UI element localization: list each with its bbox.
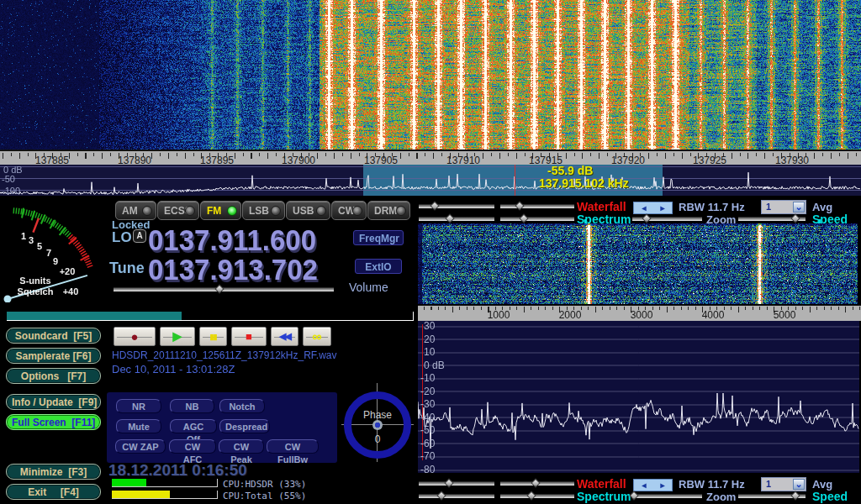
af-frequency-ruler[interactable]: 1000 2000 3000 4000 5000 bbox=[418, 305, 861, 321]
slider-thumb[interactable] bbox=[436, 491, 446, 500]
play-button[interactable]: ▶ bbox=[160, 327, 195, 346]
mode-button-lsb[interactable]: LSB bbox=[242, 201, 285, 220]
samplerate-button[interactable]: Samplerate [F6] bbox=[6, 348, 101, 364]
chevron-down-icon[interactable]: ⌄ bbox=[793, 479, 805, 490]
pause-button[interactable]: ▮▮ bbox=[199, 327, 227, 346]
speed-label: Speed bbox=[812, 490, 848, 503]
info-update-button[interactable]: Info / Update [F9] bbox=[6, 394, 101, 410]
waterfall-lower-level-slider[interactable] bbox=[500, 202, 574, 211]
tune-frequency-display[interactable]: 0137.913.702 bbox=[148, 253, 318, 287]
record-icon: ● bbox=[130, 328, 138, 345]
arrow-right-icon[interactable]: ▸ bbox=[653, 202, 672, 213]
mode-button-usb[interactable]: USB bbox=[286, 201, 330, 220]
lo-auto-badge[interactable]: A bbox=[133, 229, 146, 243]
waterfall-lower-level-slider[interactable] bbox=[500, 479, 574, 488]
avg-dropdown[interactable]: 1 ⌄ bbox=[761, 200, 806, 214]
slider-thumb[interactable] bbox=[642, 213, 651, 223]
dsp-panel: NR NB Notch Mute AGC Off Despread CW ZAP… bbox=[107, 392, 337, 463]
af-waterfall[interactable] bbox=[418, 223, 858, 304]
exit-button[interactable]: Exit [F4] bbox=[6, 484, 101, 500]
slider-thumb[interactable] bbox=[531, 478, 541, 487]
slider-thumb[interactable] bbox=[445, 213, 454, 223]
mode-button-fm[interactable]: FM bbox=[200, 201, 241, 220]
clock-display: 18.12.2011 0:16:50 bbox=[108, 461, 247, 480]
mode-button-am[interactable]: AM bbox=[115, 201, 156, 220]
slider-thumb[interactable] bbox=[790, 213, 800, 223]
avg-value: 1 bbox=[766, 479, 771, 489]
soundcard-button[interactable]: Soundcard [F5] bbox=[6, 328, 101, 344]
freqmgr-button[interactable]: FreqMgr bbox=[353, 230, 404, 245]
phase-dial[interactable]: Phase 0 bbox=[338, 383, 417, 462]
smeter-tick-label: +20 bbox=[60, 266, 76, 276]
cw-afc-button[interactable]: CW AFC bbox=[169, 439, 216, 454]
spectrum-lower-level-slider[interactable] bbox=[500, 214, 574, 223]
spectrum-upper-level-slider[interactable] bbox=[419, 214, 494, 223]
mode-button-cw[interactable]: CW bbox=[331, 201, 367, 220]
smeter-tick-label: 5 bbox=[37, 241, 42, 251]
options-button[interactable]: Options [F7] bbox=[6, 368, 101, 384]
record-button[interactable]: ● bbox=[114, 327, 156, 346]
nr-button[interactable]: NR bbox=[116, 399, 161, 413]
af-spectrum[interactable] bbox=[418, 321, 859, 473]
smeter-tick-label: 9 bbox=[53, 256, 58, 266]
waterfall-label[interactable]: Waterfall bbox=[577, 200, 626, 213]
waterfall-upper-level-slider[interactable] bbox=[419, 479, 494, 488]
fullscreen-button[interactable]: Full Screen [F11] bbox=[6, 414, 101, 430]
rf-waterfall[interactable] bbox=[0, 0, 861, 150]
volume-slider[interactable] bbox=[114, 285, 334, 294]
af-db-label: 30 bbox=[424, 320, 435, 332]
extio-button[interactable]: ExtIO bbox=[355, 259, 402, 274]
playback-progress-bar[interactable] bbox=[7, 312, 414, 321]
chevron-down-icon[interactable]: ⌄ bbox=[793, 202, 805, 213]
despread-button[interactable]: Despread bbox=[219, 419, 270, 433]
slider-track bbox=[500, 494, 574, 498]
shift-control[interactable]: ◂ ▸ bbox=[633, 479, 673, 491]
zoom-slider[interactable] bbox=[632, 214, 702, 223]
slider-thumb[interactable] bbox=[430, 201, 439, 210]
arrow-right-icon[interactable]: ▸ bbox=[653, 480, 672, 491]
notch-button[interactable]: Notch bbox=[219, 399, 265, 413]
shift-control[interactable]: ◂ ▸ bbox=[633, 202, 673, 214]
minimize-button[interactable]: Minimize [F3] bbox=[6, 464, 101, 480]
slider-thumb[interactable] bbox=[444, 478, 453, 487]
cw-fullbw-button[interactable]: CW FullBw bbox=[267, 439, 319, 454]
slider-thumb[interactable] bbox=[790, 491, 800, 500]
mode-led-icon bbox=[396, 206, 406, 216]
loop-button[interactable]: ∞ bbox=[303, 327, 331, 346]
af-display-controls-top: Waterfall ◂ ▸ RBW 11.7 Hz 1 ⌄ Avg Spectr… bbox=[418, 200, 861, 226]
waterfall-upper-level-slider[interactable] bbox=[419, 202, 494, 211]
speed-slider[interactable] bbox=[738, 491, 806, 501]
rewind-button[interactable]: ◀◀ bbox=[271, 327, 298, 346]
slider-track bbox=[500, 217, 574, 221]
cw-peak-button[interactable]: CW Peak bbox=[219, 439, 264, 454]
slider-thumb[interactable] bbox=[519, 213, 528, 223]
rf-frequency-ruler[interactable]: 137885 137890 137895 137900 137905 13791… bbox=[0, 150, 861, 165]
agc-button[interactable]: AGC Off bbox=[170, 419, 217, 433]
slider-thumb[interactable] bbox=[515, 201, 524, 210]
cw-zap-button[interactable]: CW ZAP bbox=[115, 439, 166, 454]
slider-thumb[interactable] bbox=[526, 491, 536, 500]
arrow-left-icon[interactable]: ◂ bbox=[635, 480, 653, 491]
mode-button-ecss[interactable]: ECSS bbox=[157, 201, 199, 220]
nb-button[interactable]: NB bbox=[170, 399, 214, 413]
spectrum-label[interactable]: Spectrum bbox=[577, 490, 631, 503]
mode-led-icon bbox=[316, 206, 326, 216]
af-db-label: -20 bbox=[420, 386, 435, 397]
speed-slider[interactable] bbox=[738, 214, 806, 223]
mode-led-icon bbox=[142, 206, 152, 216]
avg-dropdown[interactable]: 1 ⌄ bbox=[761, 477, 806, 491]
mute-button[interactable]: Mute bbox=[116, 419, 161, 433]
af-db-label: -70 bbox=[420, 450, 435, 462]
rbw-label: RBW 11.7 Hz bbox=[679, 478, 745, 491]
zoom-slider[interactable] bbox=[632, 491, 702, 501]
mode-button-drm[interactable]: DRM bbox=[367, 201, 410, 220]
stop-button[interactable]: ■ bbox=[231, 327, 267, 346]
spectrum-upper-level-slider[interactable] bbox=[419, 491, 494, 501]
rf-spectrum-trace[interactable] bbox=[0, 165, 861, 196]
mode-label: LSB bbox=[249, 205, 269, 217]
spectrum-lower-level-slider[interactable] bbox=[500, 491, 574, 501]
waterfall-label[interactable]: Waterfall bbox=[577, 477, 626, 491]
arrow-left-icon[interactable]: ◂ bbox=[635, 202, 653, 213]
af-db-label: -60 bbox=[420, 438, 435, 449]
slider-thumb[interactable] bbox=[214, 284, 224, 293]
